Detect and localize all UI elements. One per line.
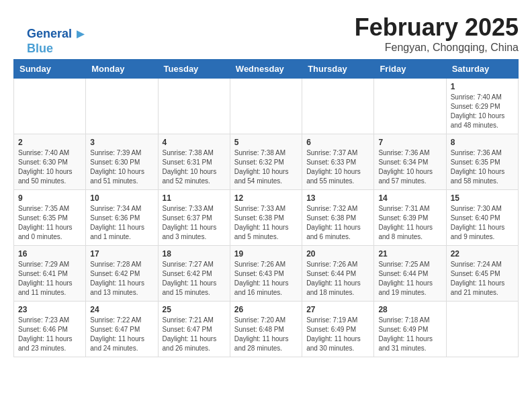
calendar-week-row: 2Sunrise: 7:40 AM Sunset: 6:30 PM Daylig…	[14, 134, 519, 190]
day-number: 6	[306, 138, 369, 147]
table-row	[158, 79, 230, 134]
day-info: Sunrise: 7:23 AM Sunset: 6:46 PM Dayligh…	[18, 316, 81, 353]
day-info: Sunrise: 7:30 AM Sunset: 6:40 PM Dayligh…	[451, 204, 514, 242]
day-info: Sunrise: 7:36 AM Sunset: 6:35 PM Dayligh…	[451, 148, 514, 186]
col-friday: Friday	[374, 60, 446, 79]
day-number: 16	[18, 249, 81, 259]
day-number: 14	[378, 193, 441, 203]
logo: General Blue	[27, 27, 85, 56]
day-number: 7	[378, 138, 441, 147]
day-number: 26	[234, 305, 298, 314]
day-number: 24	[90, 305, 153, 314]
day-number: 3	[90, 138, 153, 147]
day-info: Sunrise: 7:21 AM Sunset: 6:47 PM Dayligh…	[163, 316, 226, 353]
table-row	[446, 302, 518, 357]
day-number: 23	[18, 305, 81, 314]
table-row: 21Sunrise: 7:25 AM Sunset: 6:44 PM Dayli…	[374, 246, 446, 302]
table-row: 10Sunrise: 7:34 AM Sunset: 6:36 PM Dayli…	[86, 190, 158, 246]
day-info: Sunrise: 7:29 AM Sunset: 6:41 PM Dayligh…	[18, 260, 81, 298]
day-info: Sunrise: 7:25 AM Sunset: 6:44 PM Dayligh…	[378, 260, 441, 298]
day-info: Sunrise: 7:32 AM Sunset: 6:38 PM Dayligh…	[306, 204, 369, 242]
table-row: 9Sunrise: 7:35 AM Sunset: 6:35 PM Daylig…	[14, 190, 86, 246]
day-info: Sunrise: 7:34 AM Sunset: 6:36 PM Dayligh…	[90, 204, 153, 242]
day-number: 9	[18, 193, 81, 203]
table-row	[230, 79, 302, 134]
col-monday: Monday	[86, 60, 158, 79]
day-number: 2	[18, 138, 81, 147]
table-row: 16Sunrise: 7:29 AM Sunset: 6:41 PM Dayli…	[14, 246, 86, 302]
table-row: 3Sunrise: 7:39 AM Sunset: 6:30 PM Daylig…	[86, 134, 158, 190]
day-number: 4	[163, 138, 226, 147]
day-number: 5	[234, 138, 298, 147]
day-info: Sunrise: 7:28 AM Sunset: 6:42 PM Dayligh…	[90, 260, 153, 298]
table-row: 27Sunrise: 7:19 AM Sunset: 6:49 PM Dayli…	[302, 302, 374, 357]
day-info: Sunrise: 7:18 AM Sunset: 6:49 PM Dayligh…	[378, 316, 441, 353]
col-tuesday: Tuesday	[158, 60, 230, 79]
table-row: 19Sunrise: 7:26 AM Sunset: 6:43 PM Dayli…	[230, 246, 302, 302]
day-info: Sunrise: 7:27 AM Sunset: 6:42 PM Dayligh…	[163, 260, 226, 298]
top-area: General Blue February 2025 Fengyan, Chon…	[13, 13, 519, 54]
table-row: 14Sunrise: 7:31 AM Sunset: 6:39 PM Dayli…	[374, 190, 446, 246]
table-row	[14, 79, 86, 134]
calendar-week-row: 23Sunrise: 7:23 AM Sunset: 6:46 PM Dayli…	[14, 302, 519, 357]
day-number: 19	[234, 249, 298, 259]
table-row: 15Sunrise: 7:30 AM Sunset: 6:40 PM Dayli…	[446, 190, 518, 246]
col-thursday: Thursday	[302, 60, 374, 79]
day-info: Sunrise: 7:26 AM Sunset: 6:44 PM Dayligh…	[306, 260, 369, 298]
table-row: 25Sunrise: 7:21 AM Sunset: 6:47 PM Dayli…	[158, 302, 230, 357]
day-number: 10	[90, 193, 153, 203]
table-row: 18Sunrise: 7:27 AM Sunset: 6:42 PM Dayli…	[158, 246, 230, 302]
table-row: 12Sunrise: 7:33 AM Sunset: 6:38 PM Dayli…	[230, 190, 302, 246]
day-number: 13	[306, 193, 369, 203]
calendar-table: Sunday Monday Tuesday Wednesday Thursday…	[13, 59, 519, 357]
day-number: 12	[234, 193, 298, 203]
logo-line1: General	[27, 27, 72, 40]
day-info: Sunrise: 7:33 AM Sunset: 6:37 PM Dayligh…	[163, 204, 226, 242]
day-info: Sunrise: 7:38 AM Sunset: 6:32 PM Dayligh…	[234, 148, 298, 186]
day-info: Sunrise: 7:26 AM Sunset: 6:43 PM Dayligh…	[234, 260, 298, 298]
table-row: 5Sunrise: 7:38 AM Sunset: 6:32 PM Daylig…	[230, 134, 302, 190]
day-info: Sunrise: 7:22 AM Sunset: 6:47 PM Dayligh…	[90, 316, 153, 353]
table-row	[86, 79, 158, 134]
table-row: 2Sunrise: 7:40 AM Sunset: 6:30 PM Daylig…	[14, 134, 86, 190]
table-row: 1Sunrise: 7:40 AM Sunset: 6:29 PM Daylig…	[446, 79, 518, 134]
table-row: 4Sunrise: 7:38 AM Sunset: 6:31 PM Daylig…	[158, 134, 230, 190]
day-number: 21	[378, 249, 441, 259]
day-info: Sunrise: 7:39 AM Sunset: 6:30 PM Dayligh…	[90, 148, 153, 186]
day-info: Sunrise: 7:19 AM Sunset: 6:49 PM Dayligh…	[306, 316, 369, 353]
day-number: 1	[451, 82, 514, 91]
day-number: 18	[163, 249, 226, 259]
calendar-week-row: 1Sunrise: 7:40 AM Sunset: 6:29 PM Daylig…	[14, 79, 519, 134]
col-wednesday: Wednesday	[230, 60, 302, 79]
calendar-header-row: Sunday Monday Tuesday Wednesday Thursday…	[14, 60, 519, 79]
table-row: 24Sunrise: 7:22 AM Sunset: 6:47 PM Dayli…	[86, 302, 158, 357]
day-info: Sunrise: 7:33 AM Sunset: 6:38 PM Dayligh…	[234, 204, 298, 242]
day-number: 27	[306, 305, 369, 314]
col-sunday: Sunday	[14, 60, 86, 79]
day-number: 15	[451, 193, 514, 203]
day-number: 22	[451, 249, 514, 259]
calendar-body: 1Sunrise: 7:40 AM Sunset: 6:29 PM Daylig…	[14, 79, 519, 357]
table-row: 13Sunrise: 7:32 AM Sunset: 6:38 PM Dayli…	[302, 190, 374, 246]
table-row: 7Sunrise: 7:36 AM Sunset: 6:34 PM Daylig…	[374, 134, 446, 190]
calendar-week-row: 16Sunrise: 7:29 AM Sunset: 6:41 PM Dayli…	[14, 246, 519, 302]
table-row	[374, 79, 446, 134]
logo-line2: Blue	[27, 42, 53, 55]
day-number: 8	[451, 138, 514, 147]
day-number: 20	[306, 249, 369, 259]
logo-arrow-icon	[77, 30, 85, 38]
day-info: Sunrise: 7:20 AM Sunset: 6:48 PM Dayligh…	[234, 316, 298, 353]
table-row: 11Sunrise: 7:33 AM Sunset: 6:37 PM Dayli…	[158, 190, 230, 246]
day-info: Sunrise: 7:40 AM Sunset: 6:29 PM Dayligh…	[451, 93, 514, 130]
table-row: 22Sunrise: 7:24 AM Sunset: 6:45 PM Dayli…	[446, 246, 518, 302]
table-row: 20Sunrise: 7:26 AM Sunset: 6:44 PM Dayli…	[302, 246, 374, 302]
table-row: 26Sunrise: 7:20 AM Sunset: 6:48 PM Dayli…	[230, 302, 302, 357]
table-row	[302, 79, 374, 134]
month-year-title: February 2025	[13, 13, 519, 42]
table-row: 6Sunrise: 7:37 AM Sunset: 6:33 PM Daylig…	[302, 134, 374, 190]
day-info: Sunrise: 7:40 AM Sunset: 6:30 PM Dayligh…	[18, 148, 81, 186]
location-subtitle: Fengyan, Chongqing, China	[13, 42, 519, 54]
table-row: 28Sunrise: 7:18 AM Sunset: 6:49 PM Dayli…	[374, 302, 446, 357]
day-number: 17	[90, 249, 153, 259]
day-number: 25	[163, 305, 226, 314]
